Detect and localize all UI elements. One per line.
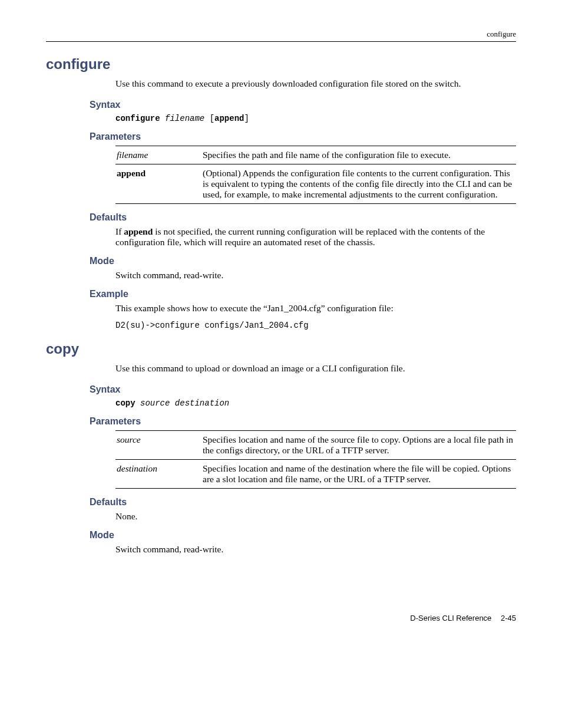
- page-content: configure configure Use this command to …: [0, 0, 562, 646]
- command-title-configure: configure: [46, 56, 516, 73]
- footer-page-number: 2-45: [501, 614, 516, 622]
- copy-params-table: source Specifies location and name of th…: [115, 430, 516, 489]
- param-desc: Specifies the path and file name of the …: [201, 146, 516, 164]
- text: If: [115, 226, 124, 236]
- syntax-cmd: copy: [115, 398, 135, 408]
- footer-book: D-Series CLI Reference: [410, 614, 491, 622]
- configure-defaults: If append is not specified, the current …: [115, 226, 516, 248]
- param-name: filename: [115, 146, 201, 164]
- heading-mode: Mode: [90, 530, 516, 541]
- param-desc: (Optional) Appends the configuration fil…: [201, 164, 516, 204]
- param-name: source: [115, 431, 201, 460]
- text: is not specified, the current running co…: [115, 226, 485, 247]
- configure-example-text: This example shows how to execute the “J…: [115, 303, 516, 314]
- param-name: destination: [115, 460, 201, 489]
- copy-mode: Switch command, read-write.: [115, 544, 516, 555]
- page-header: configure: [46, 29, 516, 42]
- heading-syntax: Syntax: [90, 384, 516, 395]
- table-row: destination Specifies location and name …: [115, 460, 516, 489]
- page-footer: D-Series CLI Reference 2-45: [46, 614, 516, 622]
- param-name: append: [115, 164, 201, 204]
- copy-intro: Use this command to upload or download a…: [115, 363, 516, 374]
- syntax-arg: filename: [165, 114, 204, 123]
- syntax-opt-kw: append: [214, 114, 244, 123]
- configure-mode: Switch command, read-write.: [115, 270, 516, 281]
- heading-mode: Mode: [90, 256, 516, 266]
- param-desc: Specifies location and name of the sourc…: [201, 431, 516, 460]
- heading-defaults: Defaults: [90, 212, 516, 223]
- header-right: configure: [487, 29, 516, 38]
- syntax-open: [: [204, 114, 214, 123]
- table-row: append (Optional) Appends the configurat…: [115, 164, 516, 204]
- configure-intro: Use this command to execute a previously…: [115, 78, 516, 89]
- syntax-close: ]: [244, 114, 249, 123]
- configure-syntax: configure filename [append]: [115, 114, 516, 123]
- heading-parameters: Parameters: [90, 416, 516, 427]
- configure-example-code: D2(su)->configure configs/Jan1_2004.cfg: [115, 321, 516, 330]
- heading-parameters: Parameters: [90, 131, 516, 142]
- copy-defaults: None.: [115, 511, 516, 522]
- configure-params-table: filename Specifies the path and file nam…: [115, 146, 516, 204]
- heading-syntax: Syntax: [90, 100, 516, 110]
- heading-example: Example: [90, 289, 516, 299]
- syntax-args: source destination: [140, 398, 229, 408]
- copy-syntax: copy source destination: [115, 398, 516, 408]
- table-row: filename Specifies the path and file nam…: [115, 146, 516, 164]
- syntax-cmd: configure: [115, 114, 160, 123]
- param-desc: Specifies location and name of the desti…: [201, 460, 516, 489]
- heading-defaults: Defaults: [90, 497, 516, 508]
- command-title-copy: copy: [46, 341, 516, 357]
- defaults-kw: append: [124, 226, 153, 236]
- table-row: source Specifies location and name of th…: [115, 431, 516, 460]
